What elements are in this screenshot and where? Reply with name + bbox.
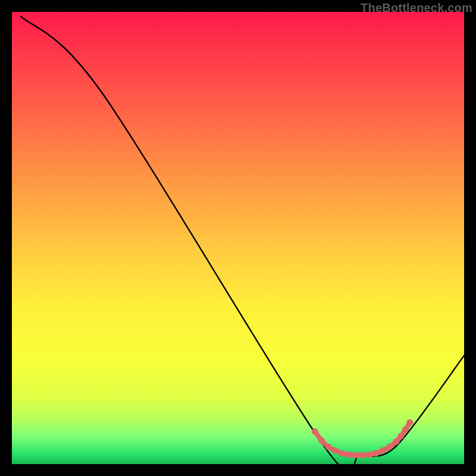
highlight-dot (366, 452, 372, 458)
highlight-dot (380, 447, 386, 454)
highlight-dot (312, 428, 318, 435)
highlight-dot (397, 433, 404, 439)
highlight-dot (393, 439, 400, 445)
highlight-dots (312, 419, 414, 459)
highlight-dot (339, 450, 345, 456)
highlight-dot (406, 419, 413, 426)
highlight-dot (352, 452, 359, 458)
highlight-dot (359, 452, 366, 458)
highlight-dot (332, 447, 339, 454)
highlight-dot (402, 427, 409, 433)
highlight-dot (318, 437, 325, 444)
chart-frame: TheBottleneck.com (0, 0, 476, 476)
highlight-dot (346, 452, 352, 458)
curve-layer (12, 12, 464, 464)
main-curve (21, 17, 464, 473)
highlight-dot (386, 444, 393, 450)
watermark: TheBottleneck.com (361, 1, 472, 15)
highlight-dot (325, 444, 332, 450)
highlight-dot (372, 450, 379, 456)
plot-area (12, 12, 464, 464)
